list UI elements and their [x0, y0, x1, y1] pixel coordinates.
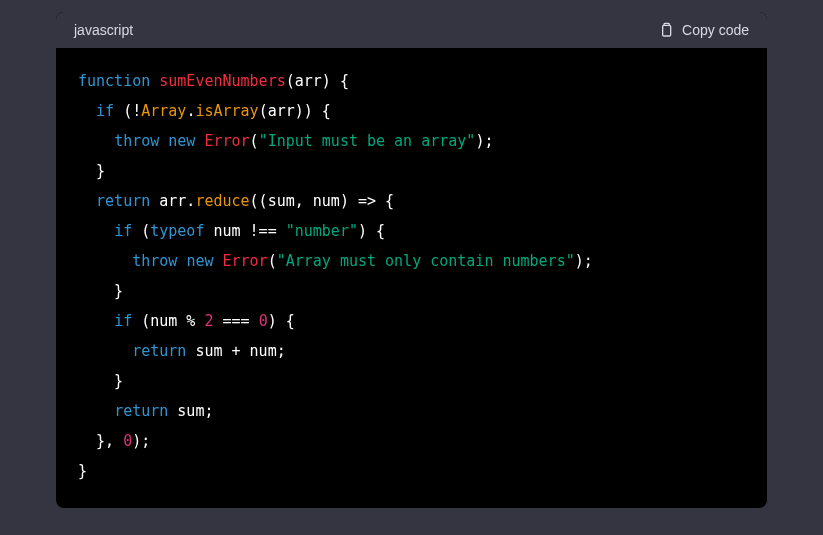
language-label: javascript	[74, 22, 133, 38]
code-header: javascript Copy code	[56, 12, 767, 48]
copy-code-button[interactable]: Copy code	[658, 21, 749, 39]
code-content[interactable]: function sumEvenNumbers(arr) { if (!Arra…	[56, 48, 767, 508]
copy-code-label: Copy code	[682, 22, 749, 38]
clipboard-icon	[658, 21, 674, 39]
code-block: javascript Copy code function sumEvenNum…	[56, 12, 767, 508]
svg-rect-0	[663, 25, 671, 36]
